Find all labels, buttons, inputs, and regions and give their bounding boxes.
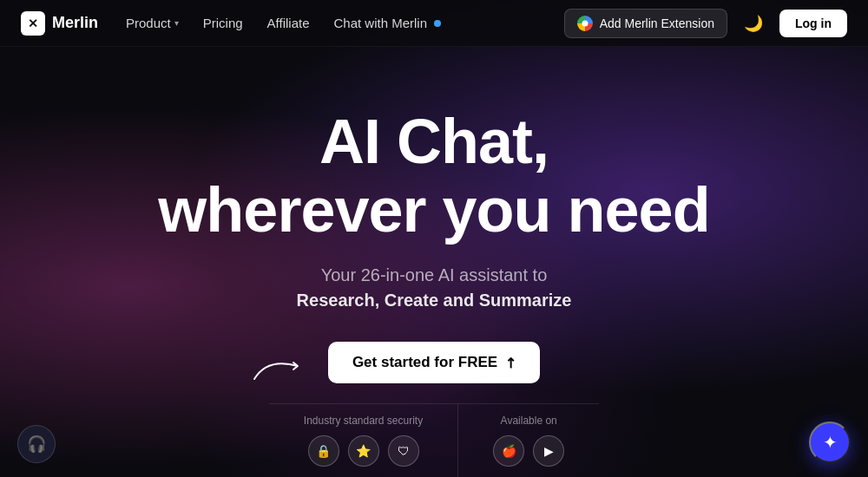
headphones-icon: 🎧 <box>27 435 46 454</box>
hero-section: AI Chat, wherever you need Your 26-in-on… <box>0 47 868 427</box>
theme-toggle-button[interactable]: 🌙 <box>738 8 769 39</box>
nav-affiliate[interactable]: Affiliate <box>267 16 310 30</box>
platform-icons: 🍎 ▶ <box>493 435 564 467</box>
nav-links: Product ▾ Pricing Affiliate Chat with Me… <box>126 16 441 30</box>
logo-name: Merlin <box>52 14 98 32</box>
hero-title: AI Chat, wherever you need <box>158 108 709 245</box>
nav-product[interactable]: Product ▾ <box>126 16 179 30</box>
nav-right: Add Merlin Extension 🌙 Log in <box>564 8 847 39</box>
navbar: ✕ Merlin Product ▾ Pricing Affiliate Cha… <box>0 0 868 47</box>
available-badge-section: Available on 🍎 ▶ <box>457 403 599 477</box>
apple-icon: 🍎 <box>493 435 524 467</box>
fab-button[interactable]: ✦ <box>809 421 851 463</box>
cta-arrow-icon: ↗ <box>500 353 520 373</box>
security-badge-2: ⭐ <box>348 435 379 467</box>
security-label: Industry standard security <box>304 415 423 427</box>
login-button[interactable]: Log in <box>779 10 847 37</box>
chat-notification-dot <box>434 20 441 27</box>
get-started-button[interactable]: Get started for FREE ↗ <box>328 342 540 383</box>
logo-icon: ✕ <box>21 11 45 36</box>
android-icon: ▶ <box>533 435 564 467</box>
nav-chat[interactable]: Chat with Merlin <box>334 16 442 30</box>
available-label: Available on <box>501 415 557 427</box>
arrow-decoration <box>250 349 328 389</box>
security-icons: 🔒 ⭐ 🛡 <box>308 435 419 467</box>
hero-subtitle: Your 26-in-one AI assistant to <box>321 265 548 285</box>
chrome-icon <box>577 16 593 31</box>
nav-pricing[interactable]: Pricing <box>203 16 243 30</box>
logo[interactable]: ✕ Merlin <box>21 11 98 36</box>
bottom-badges: Industry standard security 🔒 ⭐ 🛡 Availab… <box>0 403 868 477</box>
hero-subtitle-bold: Research, Create and Summarize <box>297 291 572 310</box>
cta-area: Get started for FREE ↗ <box>328 342 540 383</box>
security-badge-3: 🛡 <box>388 435 419 467</box>
sparkle-icon: ✦ <box>823 432 838 453</box>
security-badge-section: Industry standard security 🔒 ⭐ 🛡 <box>269 403 457 477</box>
product-chevron-icon: ▾ <box>174 18 179 28</box>
nav-left: ✕ Merlin Product ▾ Pricing Affiliate Cha… <box>21 11 441 36</box>
add-extension-button[interactable]: Add Merlin Extension <box>564 9 727 38</box>
support-button[interactable]: 🎧 <box>17 425 56 463</box>
security-badge-1: 🔒 <box>308 435 339 467</box>
